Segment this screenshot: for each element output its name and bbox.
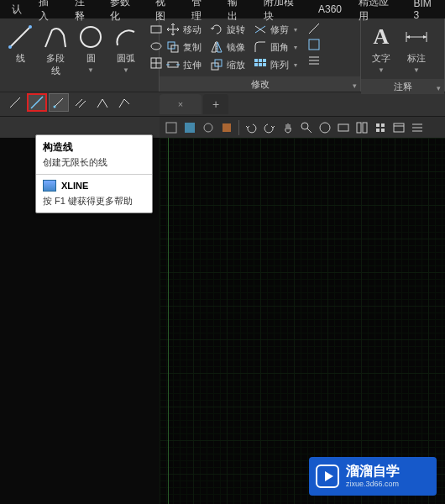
xline-cmd-icon <box>43 180 56 192</box>
svg-line-30 <box>10 97 20 108</box>
copy-icon <box>166 40 180 54</box>
panel-draw: 线 多段线 圆 ▼ 圆弧 ▼ <box>0 18 160 92</box>
watermark: 溜溜自学 zixue.3d66.com <box>309 457 437 496</box>
tool-line[interactable]: 线 <box>5 22 35 66</box>
svg-line-0 <box>10 27 30 47</box>
stretch-icon <box>166 58 180 71</box>
wt-4[interactable] <box>218 119 235 136</box>
tool-array[interactable]: 阵列▾ <box>252 57 299 72</box>
flyout-line[interactable] <box>5 93 25 112</box>
chevron-down-icon: ▾ <box>294 44 297 51</box>
wt-2[interactable] <box>181 119 198 136</box>
tool-trim[interactable]: 修剪▾ <box>252 22 299 37</box>
svg-rect-19 <box>254 59 258 62</box>
wt-12[interactable] <box>409 119 426 136</box>
move-icon <box>166 23 180 36</box>
document-tab-active[interactable]: × <box>160 94 202 114</box>
tool-mirror[interactable]: 镜像 <box>208 39 247 55</box>
svg-rect-24 <box>263 63 266 66</box>
tool-fillet-label: 圆角 <box>270 41 289 54</box>
wt-7[interactable] <box>317 119 333 136</box>
misc-tool-3[interactable] <box>307 54 321 67</box>
menu-tab-default[interactable]: 认 <box>3 0 30 19</box>
tooltip-desc: 创建无限长的线 <box>43 156 145 169</box>
watermark-name: 溜溜自学 <box>346 465 400 478</box>
wt-1[interactable] <box>163 119 180 136</box>
circle-icon <box>77 24 104 50</box>
svg-rect-49 <box>357 123 361 133</box>
svg-point-47 <box>320 123 330 133</box>
svg-point-43 <box>204 123 212 132</box>
svg-rect-20 <box>259 59 262 62</box>
misc-tool-2[interactable] <box>307 38 321 51</box>
svg-rect-26 <box>309 39 319 50</box>
wt-6[interactable] <box>298 119 315 136</box>
line-icon <box>7 24 34 50</box>
close-icon[interactable]: × <box>178 99 183 109</box>
wt-3[interactable] <box>200 119 217 136</box>
chevron-down-icon: ▾ <box>294 26 297 34</box>
text-icon: A <box>368 24 395 50</box>
ribbon: 线 多段线 圆 ▼ 圆弧 ▼ <box>0 18 445 92</box>
svg-rect-52 <box>381 123 385 127</box>
watermark-url: zixue.3d66.com <box>346 480 400 488</box>
svg-rect-41 <box>166 123 176 133</box>
plus-icon: + <box>212 97 219 111</box>
chevron-down-icon: ▼ <box>87 66 94 74</box>
panel-annotation: A 文字 ▼ 标注 ▼ 注释▾ <box>361 18 445 92</box>
mirror-icon <box>210 40 223 54</box>
tool-stretch[interactable]: 拉伸 <box>165 57 203 72</box>
svg-rect-42 <box>185 123 195 133</box>
panel-modify-title[interactable]: 修改▾ <box>160 76 360 92</box>
tool-array-label: 阵列 <box>270 59 289 71</box>
chevron-down-icon: ▼ <box>123 66 129 74</box>
wt-undo[interactable] <box>243 119 259 136</box>
panel-annotation-title[interactable]: 注释▾ <box>361 79 444 94</box>
tool-polyline[interactable]: 多段线 <box>40 22 71 79</box>
tool-dimension-label: 标注 <box>407 52 426 65</box>
wt-pan[interactable] <box>280 119 296 136</box>
wt-redo[interactable] <box>261 119 278 136</box>
flyout-angle2[interactable] <box>114 93 134 112</box>
flyout-angle1[interactable] <box>92 93 113 112</box>
svg-line-31 <box>31 97 43 108</box>
tool-copy[interactable]: 复制 <box>165 39 203 55</box>
arc-icon <box>113 24 139 50</box>
tool-move[interactable]: 移动 <box>165 22 203 37</box>
tooltip-help: 按 F1 键获得更多帮助 <box>43 195 145 207</box>
tooltip-title: 构造线 <box>43 140 145 155</box>
svg-point-33 <box>54 106 56 108</box>
tool-scale[interactable]: 缩放 <box>208 57 247 72</box>
wt-10[interactable] <box>372 119 389 136</box>
tool-text[interactable]: A 文字 ▼ <box>366 22 396 76</box>
tool-rotate-label: 旋转 <box>227 24 245 36</box>
svg-line-32 <box>55 98 63 107</box>
svg-line-46 <box>307 129 312 133</box>
tool-trim-label: 修剪 <box>270 24 289 36</box>
menu-tab-a360[interactable]: A360 <box>310 1 350 18</box>
tool-fillet[interactable]: 圆角▾ <box>252 39 299 55</box>
tool-rotate[interactable]: 旋转 <box>208 22 247 37</box>
wt-11[interactable] <box>390 119 407 136</box>
tool-arc-label: 圆弧 <box>117 52 135 65</box>
svg-point-1 <box>8 45 12 49</box>
tool-circle[interactable]: 圆 ▼ <box>76 22 106 76</box>
play-icon <box>316 465 339 488</box>
dimension-icon <box>403 24 430 50</box>
wt-8[interactable] <box>335 119 352 136</box>
svg-rect-55 <box>394 123 404 132</box>
fillet-icon <box>254 40 267 54</box>
flyout-xline[interactable] <box>27 93 47 112</box>
chevron-down-icon: ▾ <box>294 61 297 69</box>
misc-tool-1[interactable] <box>307 22 321 35</box>
tool-dimension[interactable]: 标注 ▼ <box>401 22 432 76</box>
wt-9[interactable] <box>353 119 370 136</box>
tool-polyline-label: 多段线 <box>42 52 69 77</box>
svg-rect-22 <box>254 63 258 66</box>
document-tab-new[interactable]: + <box>203 94 228 114</box>
flyout-ray[interactable] <box>49 93 69 112</box>
tool-arc[interactable]: 圆弧 ▼ <box>111 22 141 76</box>
flyout-multiline[interactable] <box>71 93 91 112</box>
chevron-down-icon: ▼ <box>413 66 420 74</box>
svg-point-2 <box>29 25 32 29</box>
